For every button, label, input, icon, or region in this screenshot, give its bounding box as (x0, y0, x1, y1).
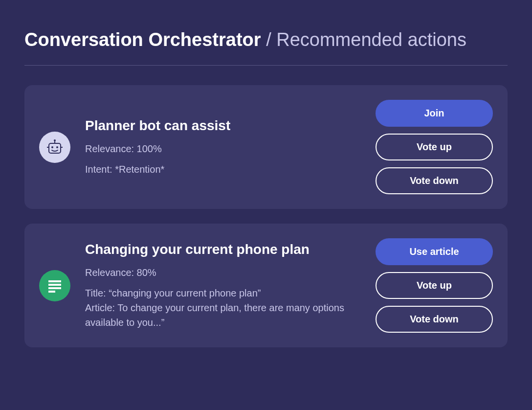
svg-rect-9 (48, 287, 61, 289)
card-title: Changing your current phone plan (85, 242, 361, 257)
svg-rect-10 (48, 291, 55, 293)
card-article-title: Title: “changing your current phone plan… (85, 286, 361, 300)
page-title-rest: / Recommended actions (261, 29, 466, 50)
card-content: Planner bot can assist Relevance: 100% I… (85, 118, 361, 177)
vote-up-button[interactable]: Vote up (376, 272, 493, 299)
card-actions: Join Vote up Vote down (376, 100, 493, 194)
card-content: Changing your current phone plan Relevan… (85, 242, 361, 330)
join-button[interactable]: Join (376, 100, 493, 127)
svg-point-3 (51, 146, 53, 148)
card-intent: Intent: *Retention* (85, 162, 361, 177)
recommendation-card: Changing your current phone plan Relevan… (24, 224, 508, 347)
vote-up-button[interactable]: Vote up (376, 134, 493, 160)
svg-rect-7 (48, 280, 61, 282)
card-article-body: Article: To change your current plan, th… (85, 300, 361, 330)
card-title: Planner bot can assist (85, 118, 361, 134)
page-title-bold: Conversation Orchestrator (24, 29, 261, 50)
bot-icon (39, 132, 70, 163)
svg-point-4 (56, 146, 58, 148)
vote-down-button[interactable]: Vote down (376, 306, 493, 333)
card-meta: Relevance: 100% Intent: *Retention* (85, 141, 361, 177)
card-actions: Use article Vote up Vote down (376, 238, 493, 333)
svg-rect-8 (48, 284, 61, 286)
use-article-button[interactable]: Use article (376, 238, 493, 265)
page-title: Conversation Orchestrator / Recommended … (24, 29, 508, 50)
divider (24, 65, 508, 66)
card-relevance: Relevance: 80% (85, 265, 361, 280)
vote-down-button[interactable]: Vote down (376, 167, 493, 194)
recommendation-card: Planner bot can assist Relevance: 100% I… (24, 85, 508, 209)
document-icon (39, 270, 70, 301)
card-relevance: Relevance: 100% (85, 141, 361, 156)
card-meta: Relevance: 80% Title: “changing your cur… (85, 265, 361, 330)
page-header: Conversation Orchestrator / Recommended … (24, 29, 508, 50)
svg-point-0 (54, 139, 56, 141)
